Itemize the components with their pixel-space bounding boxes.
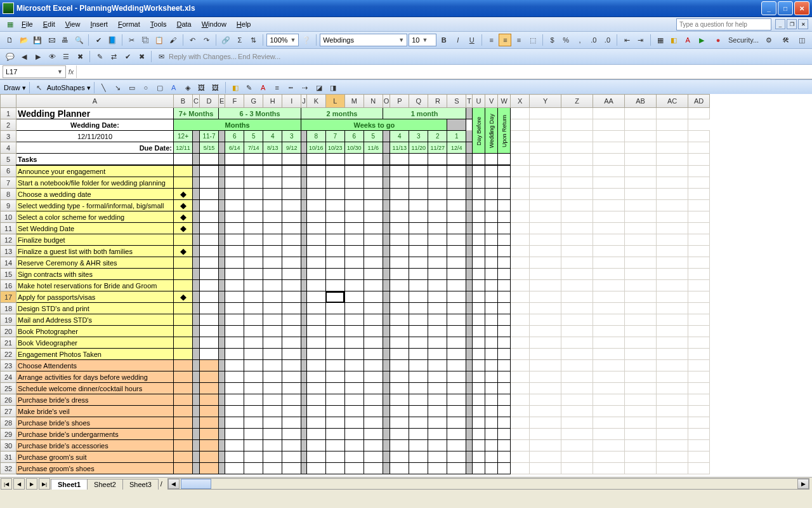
- grid-cell[interactable]: [344, 394, 363, 406]
- grid-cell[interactable]: [383, 211, 390, 223]
- grid-cell[interactable]: [344, 326, 363, 337]
- menu-tools[interactable]: Tools: [145, 19, 172, 29]
- grid-cell[interactable]: [225, 429, 244, 440]
- grid-cell[interactable]: [466, 291, 473, 303]
- grid-cell[interactable]: [447, 234, 466, 246]
- grid-cell[interactable]: [218, 429, 225, 440]
- grid-cell[interactable]: [301, 223, 307, 234]
- design-mode-icon[interactable]: ◫: [796, 34, 808, 46]
- grid-cell[interactable]: [244, 440, 263, 451]
- grid-cell[interactable]: [657, 394, 688, 406]
- grid-cell[interactable]: [325, 165, 344, 177]
- grid-cell[interactable]: [428, 429, 447, 440]
- grid-cell[interactable]: [498, 326, 511, 337]
- grid-cell[interactable]: [428, 177, 447, 189]
- grid-cell[interactable]: [306, 269, 325, 280]
- grid-cell[interactable]: [561, 394, 593, 406]
- menu-data[interactable]: Data: [171, 19, 196, 29]
- grid-cell[interactable]: [301, 200, 307, 211]
- accept-change-icon[interactable]: ✔: [121, 50, 134, 63]
- row-header-6[interactable]: 6: [1, 165, 16, 177]
- grid-cell[interactable]: [383, 440, 390, 451]
- grid-cell[interactable]: [485, 360, 498, 371]
- grid-cell[interactable]: [657, 211, 688, 223]
- grid-cell[interactable]: [447, 280, 466, 291]
- grid-cell[interactable]: [409, 394, 428, 406]
- grid-cell[interactable]: ◆: [174, 291, 193, 303]
- scroll-left-icon[interactable]: ◀: [168, 479, 180, 489]
- grid-cell[interactable]: [473, 349, 485, 360]
- grid-cell[interactable]: [657, 463, 688, 474]
- grid-cell[interactable]: [466, 314, 473, 326]
- grid-cell[interactable]: [409, 440, 428, 451]
- clipart-icon[interactable]: 🖼: [195, 81, 208, 94]
- grid-cell[interactable]: [244, 337, 263, 349]
- grid-cell[interactable]: [306, 440, 325, 451]
- row-header-29[interactable]: 29: [1, 429, 16, 440]
- grid-cell[interactable]: [199, 280, 218, 291]
- grid-cell[interactable]: [466, 394, 473, 406]
- grid-cell[interactable]: [657, 246, 688, 257]
- grid-cell[interactable]: [511, 383, 530, 394]
- grid-cell[interactable]: [688, 280, 710, 291]
- grid-cell[interactable]: [263, 280, 282, 291]
- grid-cell[interactable]: [409, 246, 428, 257]
- row-header-24[interactable]: 24: [1, 371, 16, 383]
- grid-cell[interactable]: [344, 417, 363, 429]
- grid-cell[interactable]: [390, 200, 409, 211]
- row-header-30[interactable]: 30: [1, 440, 16, 451]
- grid-cell[interactable]: [657, 349, 688, 360]
- formula-bar[interactable]: [76, 65, 812, 78]
- grid-cell[interactable]: [325, 314, 344, 326]
- grid-cell[interactable]: [263, 189, 282, 200]
- grid-cell[interactable]: [409, 177, 428, 189]
- grid-cell[interactable]: [263, 269, 282, 280]
- grid-cell[interactable]: [657, 383, 688, 394]
- grid-cell[interactable]: [306, 451, 325, 463]
- grid-cell[interactable]: [466, 269, 473, 280]
- grid-cell[interactable]: [282, 165, 301, 177]
- grid-cell[interactable]: [447, 360, 466, 371]
- grid-cell[interactable]: [530, 246, 561, 257]
- grid-cell[interactable]: [383, 417, 390, 429]
- grid-cell[interactable]: [363, 394, 383, 406]
- grid-cell[interactable]: [657, 291, 688, 303]
- col-header-AA[interactable]: AA: [593, 95, 625, 108]
- grid-cell[interactable]: [218, 177, 225, 189]
- sort-icon[interactable]: ⇅: [247, 34, 260, 46]
- grid-cell[interactable]: [263, 234, 282, 246]
- grid-cell[interactable]: [498, 417, 511, 429]
- grid-cell[interactable]: [511, 429, 530, 440]
- grid-cell[interactable]: [199, 177, 218, 189]
- task-cell[interactable]: Engagement Photos Taken: [16, 349, 174, 360]
- grid-cell[interactable]: [263, 406, 282, 417]
- grid-cell[interactable]: [530, 269, 561, 280]
- grid-cell[interactable]: [530, 417, 561, 429]
- grid-cell[interactable]: [625, 200, 657, 211]
- grid-cell[interactable]: [263, 371, 282, 383]
- grid-cell[interactable]: [561, 303, 593, 314]
- grid-cell[interactable]: [466, 429, 473, 440]
- grid-cell[interactable]: [466, 349, 473, 360]
- grid-cell[interactable]: [244, 360, 263, 371]
- grid-cell[interactable]: [561, 349, 593, 360]
- grid-cell[interactable]: [174, 234, 193, 246]
- grid-cell[interactable]: [174, 280, 193, 291]
- col-header-A[interactable]: A: [16, 95, 174, 108]
- grid-cell[interactable]: [473, 200, 485, 211]
- grid-cell[interactable]: [466, 280, 473, 291]
- grid-cell[interactable]: [625, 280, 657, 291]
- row-header-8[interactable]: 8: [1, 189, 16, 200]
- grid-cell[interactable]: [561, 257, 593, 269]
- grid-cell[interactable]: [390, 417, 409, 429]
- grid-cell[interactable]: [390, 177, 409, 189]
- grid-cell[interactable]: [593, 223, 625, 234]
- grid-cell[interactable]: [688, 326, 710, 337]
- row-header-16[interactable]: 16: [1, 280, 16, 291]
- grid-cell[interactable]: [428, 406, 447, 417]
- grid-cell[interactable]: [498, 211, 511, 223]
- grid-cell[interactable]: [485, 291, 498, 303]
- grid-cell[interactable]: [199, 200, 218, 211]
- grid-cell[interactable]: [409, 463, 428, 474]
- col-header-S[interactable]: S: [447, 95, 466, 108]
